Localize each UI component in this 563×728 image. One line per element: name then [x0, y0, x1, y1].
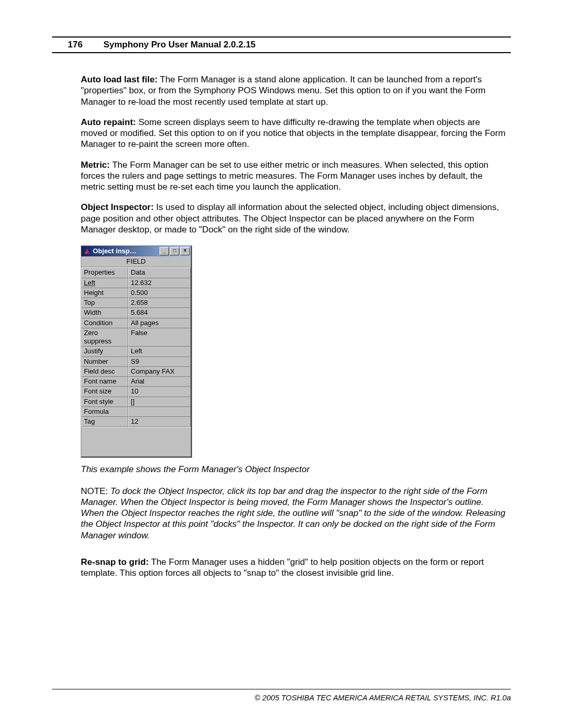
table-row[interactable]: Zero suppressFalse — [81, 328, 191, 347]
property-label: Top — [81, 298, 128, 308]
property-label: Field desc — [81, 367, 128, 377]
table-row[interactable]: Tag12 — [81, 417, 191, 427]
property-value[interactable]: Left — [128, 347, 191, 356]
note-prefix: NOTE: — [81, 486, 111, 496]
grid-body: Left12.632Height0.500Top2.658Width5.684C… — [81, 278, 191, 427]
label-resnap: Re-snap to grid: — [81, 557, 149, 567]
table-row[interactable]: Font size10 — [81, 387, 191, 397]
table-row[interactable]: Field descCompany FAX — [81, 367, 191, 377]
property-value[interactable]: All pages — [128, 318, 191, 328]
page-footer: © 2005 TOSHIBA TEC AMERICA AMERICA RETAI… — [52, 689, 511, 702]
text-auto-repaint: Some screen displays seem to have diffic… — [81, 117, 506, 150]
content-body: Auto load last file: The Form Manager is… — [52, 74, 511, 578]
property-value[interactable]: 0.500 — [128, 288, 191, 298]
app-icon — [83, 248, 91, 255]
property-value[interactable] — [128, 407, 191, 417]
paragraph-auto-load: Auto load last file: The Form Manager is… — [81, 74, 508, 107]
property-label: Width — [81, 308, 128, 318]
table-row[interactable]: Font nameArial — [81, 377, 191, 387]
table-row[interactable]: NumberS9 — [81, 357, 191, 367]
label-auto-load: Auto load last file: — [81, 75, 157, 84]
titlebar-text: Object insp… — [93, 247, 137, 255]
column-header-properties[interactable]: Properties — [81, 267, 128, 278]
property-label: Justify — [81, 347, 128, 356]
property-value[interactable]: [] — [128, 397, 191, 407]
paragraph-metric: Metric: The Form Manager can be set to u… — [81, 159, 508, 193]
grid-empty-area — [81, 427, 191, 456]
property-label: Zero suppress — [81, 328, 128, 347]
property-value[interactable]: 12 — [128, 417, 191, 427]
maximize-button[interactable]: □ — [170, 247, 179, 255]
property-label: Font style — [81, 397, 128, 407]
table-row[interactable]: Font style[] — [81, 397, 191, 407]
table-row[interactable]: Width5.684 — [81, 308, 191, 318]
label-metric: Metric: — [81, 160, 110, 170]
table-row[interactable]: Height0.500 — [81, 288, 191, 298]
table-row[interactable]: JustifyLeft — [81, 347, 191, 356]
text-metric: The Form Manager can be set to use eithe… — [81, 160, 488, 192]
object-inspector-window[interactable]: Object insp… _ □ × FIELD Properties Data… — [81, 245, 192, 458]
property-value[interactable]: 12.632 — [128, 278, 191, 288]
minimize-button[interactable]: _ — [160, 247, 169, 255]
property-label: Left — [81, 278, 128, 288]
property-label: Condition — [81, 318, 128, 328]
table-row[interactable]: Top2.658 — [81, 298, 191, 308]
property-value[interactable]: 5.684 — [128, 308, 191, 318]
titlebar[interactable]: Object insp… _ □ × — [81, 246, 191, 256]
property-label: Tag — [81, 417, 128, 427]
figure-caption: This example shows the Form Manager's Ob… — [81, 464, 508, 475]
table-row[interactable]: Formula — [81, 407, 191, 417]
label-object-inspector: Object Inspector: — [81, 202, 154, 212]
close-button[interactable]: × — [180, 247, 190, 255]
property-value[interactable]: Arial — [128, 377, 191, 387]
property-value[interactable]: 2.658 — [128, 298, 191, 308]
page-number: 176 — [68, 40, 82, 50]
grid-column-headers: Properties Data — [81, 267, 191, 278]
paragraph-object-inspector: Object Inspector: Is used to display all… — [81, 202, 508, 235]
property-label: Height — [81, 288, 128, 298]
property-value[interactable]: False — [128, 328, 191, 347]
property-value[interactable]: Company FAX — [128, 367, 191, 377]
label-auto-repaint: Auto repaint: — [81, 117, 136, 127]
note-block: NOTE: To dock the Object Inspector, clic… — [81, 486, 508, 541]
paragraph-resnap: Re-snap to grid: The Form Manager uses a… — [81, 557, 508, 579]
table-row[interactable]: ConditionAll pages — [81, 318, 191, 328]
property-value[interactable]: S9 — [128, 357, 191, 367]
table-row[interactable]: Left12.632 — [81, 278, 191, 288]
column-header-data[interactable]: Data — [128, 267, 191, 278]
paragraph-auto-repaint: Auto repaint: Some screen displays seem … — [81, 117, 508, 150]
header-title: Symphony Pro User Manual 2.0.2.15 — [103, 40, 255, 50]
page-header: 176 Symphony Pro User Manual 2.0.2.15 — [52, 36, 511, 53]
field-heading: FIELD — [81, 256, 191, 267]
property-label: Font size — [81, 387, 128, 397]
note-body: To dock the Object Inspector, click its … — [81, 486, 505, 540]
property-label: Formula — [81, 407, 128, 417]
property-value[interactable]: 10 — [128, 387, 191, 397]
property-label: Font name — [81, 377, 128, 387]
inspector-figure: Object insp… _ □ × FIELD Properties Data… — [81, 245, 508, 458]
property-label: Number — [81, 357, 128, 367]
page: 176 Symphony Pro User Manual 2.0.2.15 Au… — [0, 0, 563, 728]
